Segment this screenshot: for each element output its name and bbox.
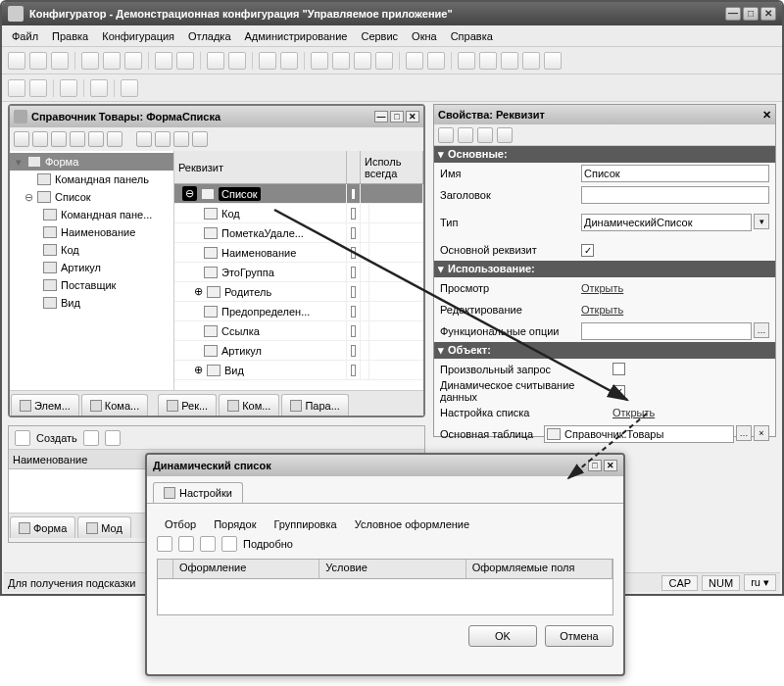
dlg-add-icon[interactable] [157,536,172,552]
tree-sub-5[interactable]: Вид [61,297,80,309]
subtab-filter[interactable]: Отбор [157,515,204,533]
bottom-tab-form[interactable]: Форма [10,516,75,538]
close-button[interactable]: ✕ [760,7,776,21]
menu-service[interactable]: Сервис [361,30,398,42]
tb2-icon-1[interactable] [8,79,25,97]
run-icon[interactable] [121,79,138,97]
paste-icon[interactable] [124,52,142,70]
redo-icon[interactable] [228,52,246,70]
tb2-icon-3[interactable] [60,79,77,97]
subtab-group[interactable]: Группировка [266,515,344,533]
maximize-button[interactable]: □ [743,7,759,21]
fopts-picker-btn[interactable]: … [754,322,769,338]
new-icon[interactable] [8,52,25,70]
status-lang[interactable]: ru ▾ [744,574,776,591]
preview-icon[interactable] [176,52,194,70]
maintab-clear-btn[interactable]: × [754,425,769,441]
print-icon[interactable] [155,52,172,70]
fw-down-icon[interactable] [107,131,122,147]
minimize-button[interactable]: — [725,7,741,21]
cancel-button[interactable]: Отмена [545,625,613,647]
fw-add-icon[interactable] [14,131,29,147]
tb-icon-3[interactable] [354,52,371,70]
tb-icon-10[interactable] [522,52,540,70]
grid-row[interactable]: Код [174,204,423,223]
zoom-icon[interactable] [280,52,298,70]
search-icon[interactable] [259,52,276,70]
grid-row[interactable]: Артикул [174,341,423,361]
type-picker-btn[interactable]: ▾ [754,214,769,229]
grid-row[interactable]: Ссылка [174,321,423,341]
grid-row[interactable]: ⊖Список [174,184,423,204]
tab-commands[interactable]: Кома... [81,394,148,416]
tb-icon-7[interactable] [458,52,475,70]
dialog-max-button[interactable]: □ [588,460,602,471]
props-filter[interactable] [477,127,493,143]
tb-icon-2[interactable] [332,52,350,70]
type-value[interactable]: ДинамическийСписок [581,214,752,231]
chk-arb[interactable] [612,363,625,375]
gp-cross-icon[interactable] [192,131,208,147]
chk-dynread[interactable]: ✓ [612,385,625,398]
fw-refresh-icon[interactable] [70,131,85,147]
form-tree[interactable]: ▾Форма Командная панель ⊖Список Командна… [10,151,174,390]
menu-windows[interactable]: Окна [412,30,437,42]
row-cb[interactable] [351,227,356,239]
menu-admin[interactable]: Администрирование [245,30,348,42]
tree-sub-4[interactable]: Поставщик [61,279,116,291]
row-cb[interactable] [351,267,356,278]
menu-help[interactable]: Справка [451,30,493,42]
tab-settings[interactable]: Настройки [153,482,243,503]
row-cb[interactable] [351,325,356,337]
tree-sub-2[interactable]: Код [61,244,79,256]
maintab-value[interactable]: Справочник.Товары [544,425,734,443]
dialog-close-button[interactable]: ✕ [604,460,617,471]
menu-debug[interactable]: Отладка [188,30,230,42]
link-listset-open[interactable]: Открыть [612,407,655,418]
tab-elements[interactable]: Элем... [11,394,79,416]
link-edit-open[interactable]: Открыть [581,304,623,316]
grid-row[interactable]: ЭтоГруппа [174,263,423,282]
open-icon[interactable] [29,52,47,70]
row-cb[interactable] [351,188,356,200]
tb-icon-8[interactable] [479,52,497,70]
tab-req[interactable]: Рек... [158,394,217,416]
chk-mainreq[interactable]: ✓ [581,244,594,257]
tb-icon-9[interactable] [501,52,518,70]
grid-row[interactable]: ⊕Вид [174,361,423,380]
fw-edit-icon[interactable] [51,131,67,147]
lp-icon-2[interactable] [83,430,99,446]
props-sort-cat[interactable] [458,127,473,143]
tree-root[interactable]: Форма [45,156,78,168]
subtab-conditional[interactable]: Условное оформление [347,515,477,533]
tab-kom[interactable]: Ком... [219,394,279,416]
gp-edit-icon[interactable] [173,131,189,147]
info-icon[interactable] [544,52,562,70]
form-max-button[interactable]: □ [390,111,404,122]
props-dd[interactable] [497,127,513,143]
input-title[interactable] [581,186,769,204]
tree-cmdpanel[interactable]: Командная панель [55,173,149,185]
grid-row[interactable]: ПометкаУдале... [174,223,423,243]
dlg-del-icon[interactable] [178,536,194,552]
lp-icon-3[interactable] [105,430,121,446]
grid-col-req[interactable]: Реквизит [174,151,347,183]
grid-row[interactable]: Наименование [174,243,423,263]
tab-para[interactable]: Пара... [281,394,348,416]
fw-up-icon[interactable] [88,131,104,147]
gp-del-icon[interactable] [155,131,171,147]
props-sort-az[interactable] [438,127,454,143]
grid-row[interactable]: Предопределен... [174,302,423,321]
dlg-up-icon[interactable] [200,536,216,552]
menu-config[interactable]: Конфигурация [102,30,174,42]
conditional-table[interactable]: Оформление Условие Оформляемые поля [157,559,613,615]
row-cb[interactable] [351,306,356,318]
tb-icon-5[interactable] [406,52,423,70]
fw-del-icon[interactable] [32,131,48,147]
tb2-icon-4[interactable] [90,79,108,97]
cut-icon[interactable] [81,52,99,70]
row-cb[interactable] [351,365,356,376]
props-close-button[interactable]: ✕ [762,109,771,122]
lp-create-icon[interactable] [15,430,30,446]
row-cb[interactable] [351,247,356,259]
